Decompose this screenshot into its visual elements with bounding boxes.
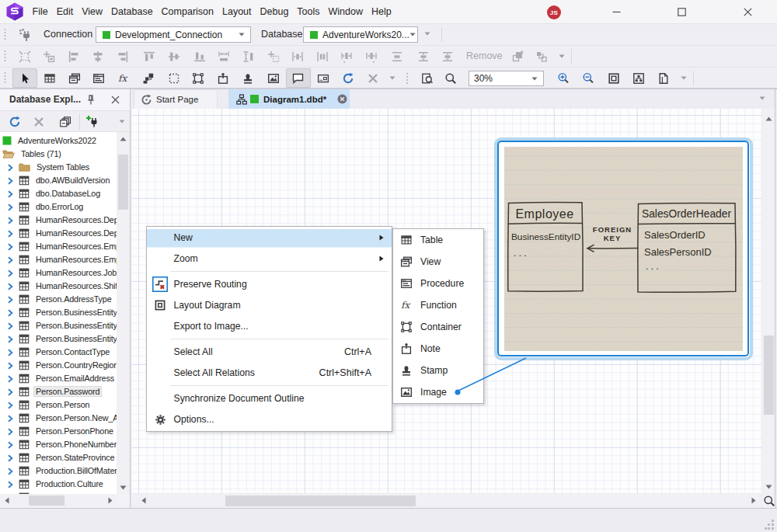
scrollbar-thumb[interactable] (118, 155, 128, 210)
same-height-icon[interactable] (236, 47, 261, 66)
tree-item[interactable]: Person.StateProvince (0, 451, 117, 464)
menu-layout[interactable]: Layout (218, 0, 256, 23)
tree-item[interactable]: Person.Person.New_Aud (0, 412, 117, 425)
tree-item[interactable]: HumanResources.JobCan (0, 266, 117, 280)
canvas-horizontal-scrollbar[interactable] (132, 494, 761, 508)
duplicate-button[interactable] (56, 113, 75, 130)
increase-vertical-spacing-icon[interactable] (435, 47, 460, 66)
panel-overflow-caret[interactable] (113, 113, 131, 130)
close-tab-icon[interactable] (337, 94, 347, 104)
chevron-right-icon[interactable] (5, 386, 19, 398)
chevron-right-icon[interactable] (5, 267, 19, 279)
align-right-icon[interactable] (110, 47, 135, 66)
zoom-combobox[interactable]: 30% (469, 71, 544, 86)
same-size-icon[interactable] (261, 47, 286, 66)
menu-file[interactable]: File (28, 0, 52, 23)
refresh-button[interactable] (336, 68, 361, 88)
send-to-back-icon[interactable] (529, 47, 554, 66)
align-top-icon[interactable] (137, 47, 162, 66)
toolbar-grip[interactable] (406, 72, 409, 85)
scrollbar-thumb[interactable] (764, 336, 774, 415)
chevron-right-icon[interactable] (5, 412, 19, 424)
toolbar-grip[interactable] (4, 71, 8, 85)
whole-diagram-button[interactable] (626, 68, 651, 88)
scroll-right-icon[interactable] (747, 494, 760, 507)
chevron-right-icon[interactable] (5, 452, 19, 464)
tree-item[interactable]: Person.PhoneNumberTy (0, 438, 117, 451)
decrease-vertical-spacing-icon[interactable] (411, 47, 436, 66)
tree-item[interactable]: HumanResources.Employ (0, 240, 117, 253)
chevron-right-icon[interactable] (5, 201, 19, 213)
tab-diagram1[interactable]: Diagram1.dbd* (228, 89, 350, 109)
align-center-icon[interactable] (85, 47, 110, 66)
tree-item[interactable]: dbo.AWBuildVersion (0, 174, 117, 187)
menu-debug[interactable]: Debug (256, 0, 293, 23)
scroll-left-icon[interactable] (137, 494, 150, 507)
menu-item-layout-diagram[interactable]: Layout Diagram (147, 295, 392, 316)
scroll-right-icon[interactable] (103, 494, 117, 507)
new-callout-button[interactable] (286, 68, 311, 88)
tree-item[interactable]: Tables (71) (0, 148, 117, 161)
menu-view[interactable]: View (78, 0, 107, 23)
menu-database[interactable]: Database (107, 0, 158, 23)
align-to-grid-icon[interactable] (37, 47, 61, 66)
chevron-right-icon[interactable] (5, 280, 19, 292)
tree-item[interactable]: Person.AddressType (0, 293, 117, 306)
chevron-right-icon[interactable] (5, 465, 19, 477)
menu-item-export-to-image[interactable]: Export to Image... (147, 316, 392, 337)
embedded-image[interactable]: EmployeeBusinessEntityID. . .SalesOrderH… (504, 147, 743, 351)
tree-item[interactable]: dbo.ErrorLog (0, 200, 117, 214)
chevron-right-icon[interactable] (5, 254, 19, 266)
tree-item[interactable]: HumanResources.Shift (0, 280, 117, 293)
zoom-in-button[interactable] (552, 68, 577, 88)
minimize-button[interactable] (599, 0, 633, 23)
submenu-item-view[interactable]: View (393, 251, 483, 273)
delete-button[interactable] (361, 68, 385, 88)
scroll-down-icon[interactable] (117, 481, 130, 494)
tree-item[interactable]: Person.Password (0, 385, 117, 398)
tree-item[interactable]: Person.Person (0, 398, 117, 412)
space-vertically-icon[interactable] (385, 47, 409, 66)
marquee-selection-button[interactable] (162, 68, 186, 88)
tree-item[interactable]: Person.ContactType (0, 346, 117, 359)
menu-help[interactable]: Help (368, 0, 396, 23)
menu-tools[interactable]: Tools (293, 0, 324, 23)
tree-item[interactable]: dbo.DatabaseLog (0, 187, 117, 200)
menu-item-options[interactable]: Options... (147, 409, 392, 430)
decrease-horizontal-spacing-icon[interactable] (334, 47, 359, 66)
tree-item[interactable]: Person.PersonPhone (0, 425, 117, 438)
pin-icon[interactable] (84, 93, 97, 106)
scroll-left-icon[interactable] (0, 494, 13, 507)
fit-to-size-icon[interactable] (12, 47, 37, 66)
toolbar-grip[interactable] (4, 28, 8, 42)
menu-item-select-all-relations[interactable]: Select All RelationsCtrl+Shift+A (147, 363, 392, 384)
new-procedure-button[interactable] (86, 68, 111, 88)
incremental-search-button[interactable] (415, 68, 440, 88)
tree-item[interactable]: Person.BusinessEntityAd (0, 319, 117, 332)
submenu-item-procedure[interactable]: Procedure (393, 273, 483, 294)
chevron-right-icon[interactable] (5, 426, 19, 437)
tree-item[interactable]: Production.BillOfMateri (0, 464, 117, 478)
scrollbar-thumb[interactable] (29, 495, 64, 506)
submenu-item-container[interactable]: Container (393, 316, 483, 338)
zoom-tool-button[interactable] (762, 494, 775, 508)
tree-item[interactable]: HumanResources.Depart (0, 227, 117, 240)
toolbar-overflow-caret[interactable] (389, 76, 395, 80)
submenu-item-stamp[interactable]: Stamp (393, 360, 483, 381)
delete-button[interactable] (30, 113, 48, 130)
chevron-right-icon[interactable] (5, 360, 19, 371)
fit-selection-button[interactable] (601, 68, 626, 88)
maximize-button[interactable] (664, 0, 699, 23)
chevron-right-icon[interactable] (5, 162, 19, 173)
space-horizontally-equal-icon[interactable] (310, 47, 335, 66)
toolbar-grip[interactable] (4, 50, 8, 64)
menu-item-select-all[interactable]: Select AllCtrl+A (147, 342, 392, 363)
tree-horizontal-scrollbar[interactable] (0, 494, 117, 507)
search-button[interactable] (438, 68, 463, 88)
close-button[interactable] (730, 0, 765, 23)
new-note-button[interactable] (211, 68, 235, 88)
tree-item[interactable]: Person.BusinessEntityCo (0, 332, 117, 346)
new-function-button[interactable]: fx (111, 68, 136, 88)
bring-to-front-icon[interactable] (505, 47, 530, 66)
chevron-right-icon[interactable] (5, 214, 19, 226)
